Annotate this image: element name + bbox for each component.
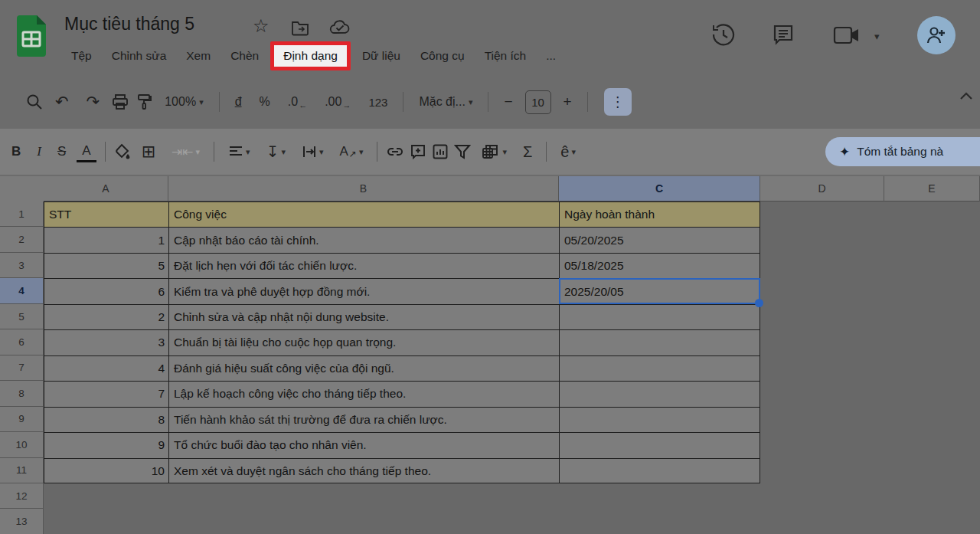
search-icon[interactable] xyxy=(26,93,43,110)
cell-A10[interactable]: 9 xyxy=(44,432,168,457)
select-all-corner[interactable] xyxy=(0,176,44,202)
table-tools-button[interactable]: ▾ xyxy=(476,140,512,163)
filter-icon[interactable] xyxy=(454,144,471,159)
row-header-3[interactable]: 3 xyxy=(0,253,44,278)
cell-C10[interactable] xyxy=(559,432,760,457)
cell-D11[interactable] xyxy=(760,458,884,483)
redo-button[interactable]: ↷ xyxy=(81,90,106,114)
share-button[interactable] xyxy=(917,16,956,54)
insert-chart-icon[interactable] xyxy=(432,143,449,160)
cell-B1[interactable]: Công việc xyxy=(168,201,559,227)
cell-C8[interactable] xyxy=(559,381,760,406)
cell-B10[interactable]: Tổ chức buổi đào tạo cho nhân viên. xyxy=(168,432,559,457)
row-header-6[interactable]: 6 xyxy=(0,329,44,355)
toolbar-overflow-button[interactable]: ⋮ xyxy=(604,88,632,116)
more-formats-button[interactable]: 123 xyxy=(363,93,393,112)
cell-E9[interactable] xyxy=(884,407,980,432)
cell-C6[interactable] xyxy=(559,329,760,355)
cell-E1[interactable] xyxy=(884,201,980,227)
cell-B4[interactable]: Kiểm tra và phê duyệt hợp đồng mới. xyxy=(168,278,559,303)
column-header-E[interactable]: E xyxy=(884,176,980,201)
decrease-decimal-button[interactable]: .0← xyxy=(283,91,312,113)
cell-A8[interactable]: 7 xyxy=(44,381,168,406)
italic-button[interactable]: I xyxy=(31,141,47,162)
cell-D6[interactable] xyxy=(760,329,884,355)
cell-D3[interactable] xyxy=(760,253,884,278)
cell-D7[interactable] xyxy=(760,355,884,381)
cell-D9[interactable] xyxy=(760,407,884,432)
cell-C4[interactable]: 2025/20/05 xyxy=(559,278,760,303)
format-percent-button[interactable]: % xyxy=(254,92,276,112)
menu-item-8[interactable]: Tiện ích xyxy=(475,45,537,67)
meet-dropdown-caret-icon[interactable]: ▾ xyxy=(874,31,880,42)
menu-item-6[interactable]: Dữ liệu xyxy=(352,45,410,67)
menu-item-9[interactable]: ... xyxy=(536,45,566,67)
cell-E10[interactable] xyxy=(884,432,980,457)
cell-A11[interactable]: 10 xyxy=(44,458,168,483)
cell-D1[interactable] xyxy=(760,201,884,227)
paint-format-icon[interactable] xyxy=(136,93,152,110)
row-header-10[interactable]: 10 xyxy=(0,432,44,457)
cell-D2[interactable] xyxy=(760,227,884,252)
cell-A9[interactable]: 8 xyxy=(44,407,168,432)
cell-B12[interactable] xyxy=(168,483,559,509)
row-header-12[interactable]: 12 xyxy=(0,483,44,509)
vertical-align-button[interactable]: ↧▾ xyxy=(261,139,291,164)
menu-item-3[interactable]: Xem xyxy=(176,45,220,67)
cell-D10[interactable] xyxy=(760,432,884,457)
borders-button[interactable]: ⊞ xyxy=(136,139,161,165)
column-header-D[interactable]: D xyxy=(760,176,884,201)
cell-B8[interactable]: Lập kế hoạch công việc cho tháng tiếp th… xyxy=(168,381,559,406)
cell-B7[interactable]: Đánh giá hiệu suất công việc của đội ngũ… xyxy=(168,355,559,381)
cell-C12[interactable] xyxy=(559,483,760,509)
cell-E5[interactable] xyxy=(884,304,980,329)
horizontal-align-button[interactable]: ▾ xyxy=(223,142,256,162)
cell-C3[interactable]: 05/18/2025 xyxy=(559,253,760,278)
cell-A1[interactable]: STT xyxy=(44,201,168,227)
cell-C5[interactable] xyxy=(559,304,760,329)
row-header-4[interactable]: 4 xyxy=(0,278,44,303)
font-size-input[interactable]: 10 xyxy=(525,90,551,114)
cell-A5[interactable]: 2 xyxy=(44,304,168,329)
row-header-2[interactable]: 2 xyxy=(0,227,44,252)
insert-comment-icon[interactable] xyxy=(410,143,426,160)
cell-A6[interactable]: 3 xyxy=(44,329,168,355)
decrease-font-size-button[interactable]: − xyxy=(498,90,518,113)
cell-B5[interactable]: Chỉnh sửa và cập nhật nội dung website. xyxy=(168,304,559,329)
undo-button[interactable]: ↶ xyxy=(50,90,74,114)
menu-item-7[interactable]: Công cụ xyxy=(410,45,475,67)
row-header-7[interactable]: 7 xyxy=(0,355,44,381)
cell-B13[interactable] xyxy=(168,509,559,534)
version-history-icon[interactable] xyxy=(710,21,737,48)
cell-C1[interactable]: Ngày hoàn thành xyxy=(559,201,760,227)
comments-icon[interactable] xyxy=(772,23,795,46)
menu-item-5[interactable]: Định dạng xyxy=(270,41,351,70)
document-title[interactable]: Mục tiêu tháng 5 xyxy=(64,14,194,34)
cell-E6[interactable] xyxy=(884,329,980,355)
column-header-B[interactable]: B xyxy=(168,176,559,201)
cell-E2[interactable] xyxy=(884,227,980,252)
fill-color-icon[interactable] xyxy=(114,143,131,160)
gemini-summarize-button[interactable]: ✦ Tóm tắt bảng nà xyxy=(825,137,980,166)
cell-A13[interactable] xyxy=(44,509,168,534)
cell-D13[interactable] xyxy=(760,509,884,534)
menu-item-2[interactable]: Chỉnh sửa xyxy=(102,45,177,67)
cell-E4[interactable] xyxy=(884,278,980,303)
cell-E7[interactable] xyxy=(884,355,980,381)
cell-A2[interactable]: 1 xyxy=(44,227,168,252)
row-header-1[interactable]: 1 xyxy=(0,201,44,227)
increase-font-size-button[interactable]: + xyxy=(558,90,577,113)
text-color-button[interactable]: A xyxy=(77,141,96,162)
print-icon[interactable] xyxy=(112,93,129,110)
cell-A4[interactable]: 6 xyxy=(44,278,168,303)
cell-D5[interactable] xyxy=(760,304,884,329)
cell-B6[interactable]: Chuẩn bị tài liệu cho cuộc họp quan trọn… xyxy=(168,329,559,355)
merge-cells-button[interactable]: ⇥⇤▾ xyxy=(166,141,205,163)
row-header-5[interactable]: 5 xyxy=(0,304,44,329)
column-header-C[interactable]: C xyxy=(559,176,760,201)
cell-B3[interactable]: Đặt lịch hẹn với đối tác chiến lược. xyxy=(168,253,559,278)
menu-item-1[interactable]: Tệp xyxy=(61,45,102,67)
cell-D4[interactable] xyxy=(760,278,884,303)
input-tools-button[interactable]: ê▾ xyxy=(555,140,581,164)
insert-link-icon[interactable] xyxy=(386,143,404,160)
